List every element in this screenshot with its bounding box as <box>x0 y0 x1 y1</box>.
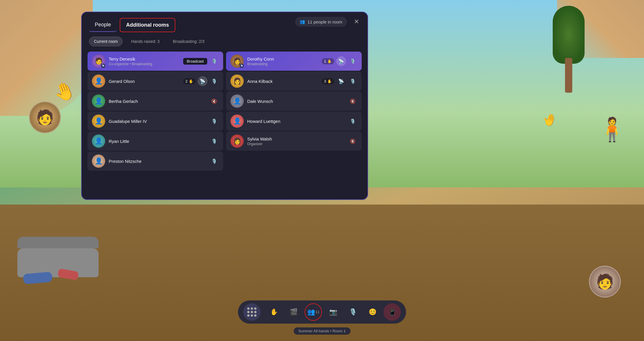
right-column: 👩 📡 Dorothy Conn Broadcasting 1 ✋ 📡 🎙️ <box>225 51 363 195</box>
header-right: 👥 11 people in room ✕ <box>295 17 362 27</box>
actions-dorothy: 1 ✋ 📡 🎙️ <box>322 56 357 66</box>
raise-hand-icon: ✋ <box>270 308 278 316</box>
broadcast-icon-gerard[interactable]: 📡 <box>198 76 207 86</box>
people-count-label: 11 people in room <box>308 19 342 24</box>
info-sylvia: Sylvia Walsh Organizer <box>247 136 348 146</box>
share-button[interactable]: 📱 <box>383 303 401 321</box>
hand-count-dorothy: 1 <box>324 59 326 63</box>
name-preston: Preston Nitzsche <box>109 159 210 164</box>
role-terry: Co-organizer • Broadcasting <box>109 62 183 66</box>
avatar-gerard: 👤 <box>92 74 105 88</box>
actions-preston: 🎙️ <box>210 156 219 166</box>
tab-people[interactable]: People <box>89 18 117 32</box>
mic-icon-anna[interactable]: 🎙️ <box>348 76 357 86</box>
filter-hands-raised[interactable]: Hands raised: 3 <box>126 37 164 46</box>
avatar-bertha: 👤 <box>92 94 105 108</box>
filter-broadcasting[interactable]: Broadcasting: 2/3 <box>168 37 210 46</box>
people-icon: 👥 <box>307 308 315 316</box>
mic-icon-dorothy[interactable]: 🎙️ <box>348 56 357 66</box>
apps-button[interactable] <box>243 303 261 321</box>
mic-muted-icon-sylvia[interactable]: 🔇 <box>348 136 357 146</box>
name-howard: Howard Luettgen <box>247 119 348 124</box>
avatar-guadalupe: 👤 <box>92 114 105 128</box>
status-dot-terry: 📡 <box>101 64 105 68</box>
role-dorothy: Broadcasting <box>247 62 322 66</box>
participant-dorothy-conn[interactable]: 👩 📡 Dorothy Conn Broadcasting 1 ✋ 📡 🎙️ <box>226 52 362 71</box>
people-button[interactable]: 👥 11 <box>305 303 322 321</box>
participant-ryan-little[interactable]: 👤 Ryan Little 🎙️ <box>88 132 223 151</box>
info-guadalupe: Guadalupe Miller IV <box>109 119 210 124</box>
participant-gerard-olson[interactable]: 👤 Gerard Olson 2 ✋ 📡 🎙️ <box>88 72 223 91</box>
participant-bertha-gerlach[interactable]: 👤 Bertha Gerlach 🔇 <box>88 92 223 111</box>
mic-muted-icon-dale[interactable]: 🔇 <box>348 96 357 106</box>
avatar-howard: 👤 <box>230 114 244 128</box>
mic-icon: 🎙️ <box>349 308 357 316</box>
participant-howard-luettgen[interactable]: 👤 Howard Luettgen 🎙️ <box>226 112 362 131</box>
hand-icon-dorothy: ✋ <box>327 59 332 63</box>
avatar-anna: 👩 <box>230 74 244 88</box>
avatar-left: 🧑 <box>29 101 61 133</box>
avatar-dale: 👤 <box>230 94 244 108</box>
main-panel: People Additional rooms 👥 11 people in r… <box>81 12 368 200</box>
info-gerard: Gerard Olson <box>109 79 183 84</box>
participant-preston-nitzsche[interactable]: 👤 Preston Nitzsche 🎙️ <box>88 152 223 171</box>
actions-terry: Broadcast 🎙️ <box>183 56 219 66</box>
participant-guadalupe-miller[interactable]: 👤 Guadalupe Miller IV 🎙️ <box>88 112 223 131</box>
mic-muted-icon-bertha[interactable]: 🔇 <box>210 96 219 106</box>
mic-button[interactable]: 🎙️ <box>344 303 361 321</box>
mic-icon-preston[interactable]: 🎙️ <box>210 156 219 166</box>
participant-dale-wunsch[interactable]: 👤 Dale Wunsch 🔇 <box>226 92 362 111</box>
camera-button[interactable]: 🎬 <box>285 303 302 321</box>
mic-icon-guadalupe[interactable]: 🎙️ <box>210 116 219 126</box>
avatar-ryan: 👤 <box>92 134 105 148</box>
panel-header: People Additional rooms 👥 11 people in r… <box>82 12 368 32</box>
name-bertha: Bertha Gerlach <box>109 99 210 104</box>
close-button[interactable]: ✕ <box>351 17 362 27</box>
info-bertha: Bertha Gerlach <box>109 99 210 104</box>
name-terry: Terry Denesik <box>109 56 183 61</box>
snapshot-icon: 📷 <box>329 308 337 316</box>
mic-icon-howard[interactable]: 🎙️ <box>348 116 357 126</box>
filter-current-room[interactable]: Current room <box>89 37 123 46</box>
hand-badge-gerard: 2 ✋ <box>183 78 196 84</box>
name-dorothy: Dorothy Conn <box>247 56 322 61</box>
actions-bertha: 🔇 <box>210 96 219 106</box>
actions-gerard: 2 ✋ 📡 🎙️ <box>183 76 219 86</box>
actions-guadalupe: 🎙️ <box>210 116 219 126</box>
apps-icon <box>247 307 256 317</box>
avatar-dorothy: 👩 📡 <box>230 54 244 68</box>
avatar-right: 🧑 <box>589 266 621 298</box>
hand-count-anna: 3 <box>324 79 326 83</box>
name-sylvia: Sylvia Walsh <box>247 136 348 141</box>
broadcast-icon-dorothy[interactable]: 📡 <box>336 56 346 66</box>
mic-icon-gerard[interactable]: 🎙️ <box>210 76 219 86</box>
participant-anna-kilback[interactable]: 👩 Anna Kilback 3 ✋ 📡 🎙️ <box>226 72 362 91</box>
name-gerard: Gerard Olson <box>109 79 183 84</box>
mic-icon-ryan[interactable]: 🎙️ <box>210 136 219 146</box>
name-guadalupe: Guadalupe Miller IV <box>109 119 210 124</box>
tree-canopy <box>553 6 585 64</box>
hand-badge-dorothy: 1 ✋ <box>322 58 334 64</box>
left-column: 🧑 📡 Terry Denesik Co-organizer • Broadca… <box>86 51 225 195</box>
emoji-button[interactable]: 😊 <box>364 303 381 321</box>
participant-terry-denesik[interactable]: 🧑 📡 Terry Denesik Co-organizer • Broadca… <box>88 52 223 71</box>
participant-grid: 🧑 📡 Terry Denesik Co-organizer • Broadca… <box>82 51 368 199</box>
info-terry: Terry Denesik Co-organizer • Broadcastin… <box>109 56 183 66</box>
name-anna: Anna Kilback <box>247 79 322 84</box>
waving-person: 🧍 <box>598 116 627 143</box>
tab-additional-rooms[interactable]: Additional rooms <box>120 18 175 32</box>
actions-ryan: 🎙️ <box>210 136 219 146</box>
filter-bar: Current room Hands raised: 3 Broadcastin… <box>82 32 368 51</box>
info-anna: Anna Kilback <box>247 79 322 84</box>
people-count-icon: 👥 <box>300 19 305 24</box>
snapshot-button[interactable]: 📷 <box>324 303 342 321</box>
hand-count-gerard: 2 <box>185 79 188 83</box>
broadcast-icon-anna[interactable]: 📡 <box>336 76 346 86</box>
avatar-terry: 🧑 📡 <box>92 54 105 68</box>
avatar-preston: 👤 <box>92 154 105 168</box>
mic-icon-terry[interactable]: 🎙️ <box>210 56 219 66</box>
info-ryan: Ryan Little <box>109 139 210 144</box>
raise-hand-button[interactable]: ✋ <box>265 303 283 321</box>
participant-sylvia-walsh[interactable]: 👩 Sylvia Walsh Organizer 🔇 <box>226 132 362 151</box>
name-dale: Dale Wunsch <box>247 99 348 104</box>
